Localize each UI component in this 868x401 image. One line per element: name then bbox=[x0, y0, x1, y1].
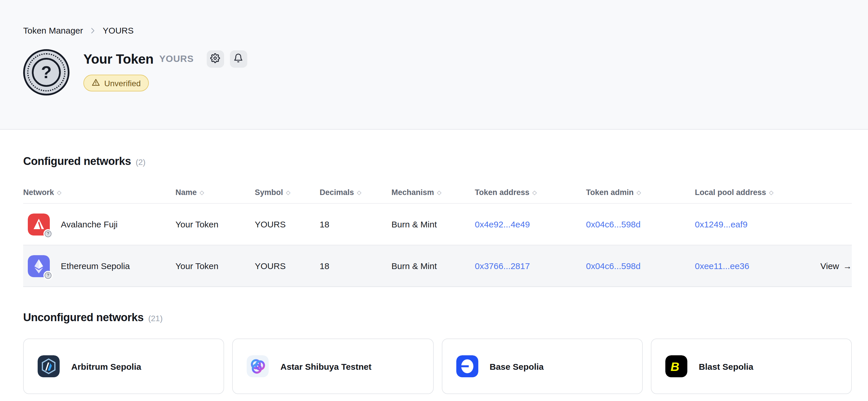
question-mark-icon: ? bbox=[32, 58, 61, 87]
network-name: Avalanche Fuji bbox=[61, 219, 118, 229]
network-card-arbitrum-sepolia[interactable]: Arbitrum Sepolia bbox=[23, 338, 224, 394]
bell-icon bbox=[234, 53, 243, 65]
unknown-token-mini-badge: ? bbox=[43, 270, 53, 280]
chevron-right-icon bbox=[89, 26, 97, 34]
network-card-base-sepolia[interactable]: Base Sepolia bbox=[441, 338, 643, 394]
column-header-decimals[interactable]: Decimals◇ bbox=[320, 188, 392, 197]
cell-name: Your Token bbox=[176, 261, 255, 271]
page-title: Your Token bbox=[83, 51, 153, 67]
breadcrumb-current: YOURS bbox=[103, 26, 134, 35]
token-hero: Token Manager YOURS ? Your Token YOURS bbox=[0, 0, 868, 130]
token-address-link[interactable]: 0x4e92...4e49 bbox=[475, 219, 530, 229]
network-card-label: Base Sepolia bbox=[490, 361, 544, 371]
token-avatar: ? bbox=[23, 49, 69, 96]
astar-network-icon bbox=[247, 355, 269, 377]
token-symbol: YOURS bbox=[159, 54, 194, 64]
arrow-right-icon: → bbox=[843, 261, 852, 271]
settings-button[interactable] bbox=[207, 51, 224, 68]
sort-icon: ◇ bbox=[57, 189, 61, 196]
sort-icon: ◇ bbox=[437, 189, 441, 196]
cell-decimals: 18 bbox=[320, 261, 392, 271]
breadcrumb: Token Manager YOURS bbox=[23, 26, 845, 35]
unconfigured-networks-title: Unconfigured networks bbox=[23, 311, 144, 324]
local-pool-address-link[interactable]: 0xee11...ee36 bbox=[695, 261, 749, 271]
column-header-mechanism[interactable]: Mechanism◇ bbox=[392, 188, 475, 197]
unconfigured-networks-heading: Unconfigured networks (21) bbox=[23, 287, 852, 324]
configured-networks-title: Configured networks bbox=[23, 155, 131, 168]
configured-networks-count: (2) bbox=[135, 157, 145, 167]
sort-icon: ◇ bbox=[200, 189, 204, 196]
cell-symbol: YOURS bbox=[255, 261, 320, 271]
local-pool-address-link[interactable]: 0x1249...eaf9 bbox=[695, 219, 748, 229]
cell-decimals: 18 bbox=[320, 219, 392, 229]
base-network-icon bbox=[456, 355, 478, 377]
column-header-symbol[interactable]: Symbol◇ bbox=[255, 188, 320, 197]
token-admin-link[interactable]: 0x04c6...598d bbox=[586, 261, 641, 271]
sort-icon: ◇ bbox=[637, 189, 641, 196]
notifications-button[interactable] bbox=[229, 51, 247, 68]
sort-icon: ◇ bbox=[769, 189, 773, 196]
sort-icon: ◇ bbox=[357, 189, 361, 196]
unverified-badge: Unverified bbox=[83, 75, 149, 92]
table-row-ethereum-sepolia[interactable]: ? Ethereum Sepolia Your Token YOURS 18 B… bbox=[23, 245, 852, 287]
network-name: Ethereum Sepolia bbox=[61, 261, 130, 271]
avalanche-network-icon: ? bbox=[28, 213, 50, 235]
sort-icon: ◇ bbox=[286, 189, 290, 196]
network-card-label: Arbitrum Sepolia bbox=[71, 361, 141, 371]
table-header-row: Network◇ Name◇ Symbol◇ Decimals◇ Mechani… bbox=[23, 182, 852, 204]
token-admin-link[interactable]: 0x04c6...598d bbox=[586, 219, 641, 229]
unknown-token-mini-badge: ? bbox=[43, 229, 53, 238]
column-header-network[interactable]: Network◇ bbox=[23, 188, 176, 197]
unconfigured-networks-grid: Arbitrum Sepolia Astar Shibuya Testnet B… bbox=[23, 338, 852, 394]
table-row-avalanche-fuji[interactable]: ? Avalanche Fuji Your Token YOURS 18 Bur… bbox=[23, 204, 852, 245]
configured-networks-heading: Configured networks (2) bbox=[23, 130, 852, 168]
token-address-link[interactable]: 0x3766...2817 bbox=[475, 261, 530, 271]
column-header-token-address[interactable]: Token address◇ bbox=[475, 188, 586, 197]
column-header-name[interactable]: Name◇ bbox=[176, 188, 255, 197]
network-card-label: Astar Shibuya Testnet bbox=[281, 361, 372, 371]
cell-mechanism: Burn & Mint bbox=[392, 261, 475, 271]
ethereum-network-icon: ? bbox=[28, 255, 50, 277]
blast-network-icon: B bbox=[665, 355, 687, 377]
column-header-local-pool-address[interactable]: Local pool address◇ bbox=[695, 188, 793, 197]
cell-mechanism: Burn & Mint bbox=[392, 219, 475, 229]
arbitrum-network-icon bbox=[38, 355, 60, 377]
warning-triangle-icon bbox=[92, 78, 100, 88]
svg-text:B: B bbox=[671, 360, 679, 373]
gear-icon bbox=[210, 53, 220, 65]
configured-networks-table: Network◇ Name◇ Symbol◇ Decimals◇ Mechani… bbox=[23, 182, 852, 287]
column-header-token-admin[interactable]: Token admin◇ bbox=[586, 188, 695, 197]
network-card-blast-sepolia[interactable]: B Blast Sepolia bbox=[651, 338, 852, 394]
main-content: Configured networks (2) Network◇ Name◇ S… bbox=[0, 130, 868, 394]
breadcrumb-token-manager[interactable]: Token Manager bbox=[23, 26, 83, 35]
cell-symbol: YOURS bbox=[255, 219, 320, 229]
network-card-label: Blast Sepolia bbox=[699, 361, 753, 371]
sort-icon: ◇ bbox=[532, 189, 537, 196]
badge-label: Unverified bbox=[104, 78, 141, 88]
cell-name: Your Token bbox=[176, 219, 255, 229]
view-row-link[interactable]: View → bbox=[820, 261, 852, 271]
token-manager-page: Token Manager YOURS ? Your Token YOURS bbox=[0, 0, 868, 401]
network-card-astar-shibuya-testnet[interactable]: Astar Shibuya Testnet bbox=[232, 338, 434, 394]
unconfigured-networks-count: (21) bbox=[148, 313, 163, 323]
